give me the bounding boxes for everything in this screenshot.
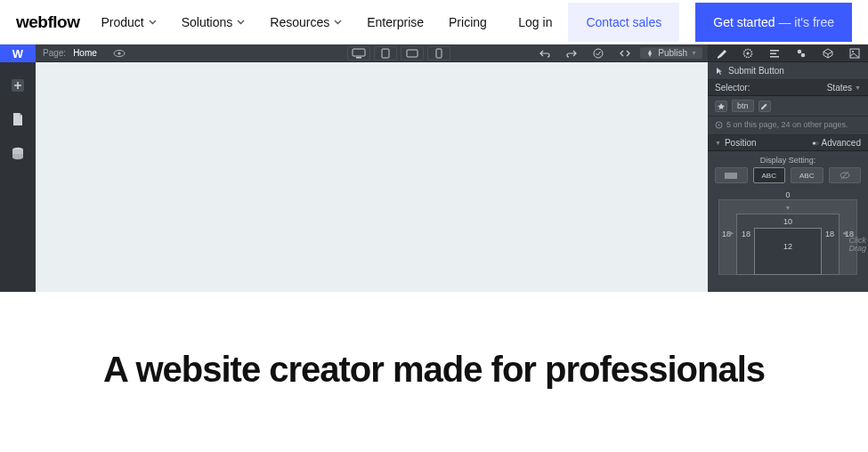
svg-point-9 (594, 49, 603, 58)
get-started-sep: — (775, 15, 795, 29)
svg-point-20 (718, 124, 720, 125)
nav-pricing-label: Pricing (449, 15, 487, 29)
publish-label: Publish (658, 48, 687, 58)
cursor-icon (715, 67, 724, 76)
box-padding[interactable] (754, 228, 822, 275)
svg-rect-14 (770, 56, 779, 58)
gear-icon[interactable] (738, 46, 758, 61)
padding-bottom-value[interactable]: 12 (783, 242, 792, 251)
toolbar-left: Page: Home (36, 48, 126, 58)
padding-top-value[interactable]: 10 (783, 217, 792, 226)
left-rail: W (0, 44, 36, 292)
get-started-button[interactable]: Get started — it's free (695, 3, 852, 42)
svg-point-3 (118, 52, 120, 54)
interactions-icon[interactable] (791, 46, 811, 61)
cms-icon[interactable] (7, 142, 28, 164)
selector-count: 5 on this page, 24 on other pages. (708, 117, 868, 135)
svg-rect-4 (353, 49, 365, 56)
display-block-button[interactable] (715, 167, 748, 183)
advanced-label[interactable]: Advanced (822, 138, 861, 148)
hint-drag: Drag (848, 244, 866, 253)
nav-pricing[interactable]: Pricing (449, 15, 487, 29)
target-icon (715, 121, 723, 129)
check-icon[interactable] (587, 46, 610, 61)
position-section-header[interactable]: ▼ Position Advanced (708, 135, 868, 151)
advanced-toggle-icon (812, 140, 819, 147)
login-link[interactable]: Log in (502, 3, 568, 42)
display-inline-button[interactable]: ABC (791, 167, 823, 183)
editor-toolbar: Page: Home Publish ▼ (36, 44, 708, 62)
chevron-down-icon: ▼ (855, 85, 861, 91)
svg-point-15 (798, 49, 802, 53)
assets-icon[interactable] (845, 46, 864, 61)
page-label: Page: (43, 48, 66, 58)
display-none-button[interactable] (829, 167, 862, 183)
nav-solutions[interactable]: Solutions (182, 15, 246, 29)
webflow-brand-icon[interactable]: W (0, 44, 36, 62)
position-label: Position (725, 138, 757, 148)
all-classes-chip[interactable] (715, 101, 727, 112)
brush-icon[interactable] (711, 46, 731, 61)
designer-editor: W Page: Home (0, 44, 868, 292)
nav-product-label: Product (101, 15, 143, 29)
viewport-desktop-icon[interactable] (347, 46, 370, 61)
nav-resources[interactable]: Resources (270, 15, 342, 29)
preview-icon[interactable] (113, 49, 126, 58)
viewport-tablet-icon[interactable] (374, 46, 397, 61)
padding-left-value[interactable]: 18 (742, 230, 750, 238)
svg-point-11 (747, 52, 750, 54)
nav-solutions-label: Solutions (182, 15, 233, 29)
viewport-mobile-icon[interactable] (427, 46, 450, 61)
pages-icon[interactable] (7, 109, 28, 130)
rocket-icon (645, 49, 654, 58)
display-setting-label: Display Setting: (708, 151, 868, 167)
display-inline-block-button[interactable]: ABC (753, 167, 786, 183)
chevron-down-icon (334, 20, 342, 25)
margin-top-value[interactable]: 0 (785, 190, 790, 199)
get-started-main: Get started (713, 15, 775, 29)
page-name[interactable]: Home (73, 48, 97, 58)
svg-point-22 (812, 141, 815, 144)
svg-point-16 (801, 52, 806, 57)
svg-rect-5 (356, 57, 361, 59)
publish-button[interactable]: Publish ▼ (640, 47, 702, 59)
edit-class-icon[interactable] (758, 101, 771, 112)
class-chip[interactable]: btn (732, 100, 754, 112)
hint-annotation: Click Drag (848, 237, 866, 253)
style-panel-tabs (708, 44, 868, 62)
arrow-right-icon: ▶ (729, 230, 734, 237)
padding-right-value[interactable]: 18 (825, 230, 834, 238)
display-setting-buttons: ABC ABC (708, 167, 868, 190)
nav-enterprise-label: Enterprise (367, 15, 424, 29)
selector-header: Selector: States ▼ (708, 80, 868, 96)
svg-rect-7 (407, 50, 418, 57)
caret-down-icon: ▼ (715, 140, 721, 146)
chevron-down-icon (149, 20, 157, 25)
viewport-landscape-icon[interactable] (401, 46, 424, 61)
logo[interactable]: webflow (16, 12, 79, 32)
contact-sales-button[interactable]: Contact sales (568, 3, 679, 42)
svg-rect-23 (725, 173, 737, 179)
nav-product[interactable]: Product (101, 15, 156, 29)
box-model[interactable]: 0 10 12 18 18 18 18 ▼ ▶ ◀ Click Drag (708, 190, 868, 275)
svg-rect-12 (770, 50, 779, 52)
undo-icon[interactable] (533, 46, 556, 61)
cube-icon[interactable] (818, 46, 838, 61)
code-icon[interactable] (613, 46, 637, 61)
canvas[interactable] (36, 62, 708, 292)
align-icon[interactable] (765, 46, 784, 61)
selector-row: btn (708, 96, 868, 117)
nav-links: Product Solutions Resources Enterprise P… (101, 15, 502, 29)
nav-enterprise[interactable]: Enterprise (367, 15, 424, 29)
get-started-sub: it's free (794, 15, 834, 29)
svg-rect-6 (382, 49, 389, 58)
top-nav: webflow Product Solutions Resources Ente… (0, 0, 868, 44)
redo-icon[interactable] (560, 46, 583, 61)
page-headline: A website creator made for professionals (18, 349, 850, 390)
arrow-down-icon: ▼ (785, 205, 791, 211)
add-element-icon[interactable] (7, 75, 28, 96)
auth-links: Log in Contact sales Get started — it's … (502, 3, 852, 42)
viewport-buttons (347, 46, 450, 61)
states-label[interactable]: States (827, 83, 852, 93)
chevron-down-icon (237, 20, 245, 25)
